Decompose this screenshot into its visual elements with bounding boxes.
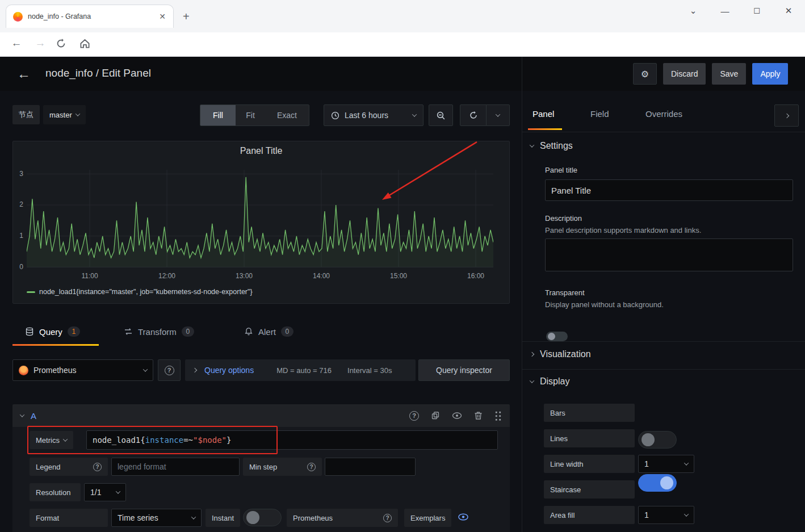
window-maximize-icon[interactable]: ☐ [748,7,765,15]
panel-edit-back-icon[interactable]: ← [17,66,31,82]
panel-title-input[interactable] [545,179,793,201]
zoom-out-button[interactable] [429,104,453,126]
y-tick-0: 0 [14,263,23,271]
time-range-picker[interactable]: Last 6 hours [324,104,424,126]
x-tick-1600: 16:00 [459,272,493,280]
collapse-sidebar-button[interactable] [774,104,799,127]
transform-count-badge: 0 [182,326,194,337]
tab-alert[interactable]: Alert 0 [244,319,294,344]
sidebar-tab-overrides[interactable]: Overrides [645,109,682,119]
help-icon: ? [165,366,174,375]
resolution-select[interactable]: 1/1 [84,483,126,501]
min-step-help-icon[interactable]: ? [307,463,316,471]
window-menu-chevron-icon[interactable]: ⌄ [685,6,702,16]
chevron-down-icon [412,112,417,116]
tab-transform[interactable]: Transform 0 [124,319,194,344]
window-minimize-icon[interactable]: — [716,6,733,16]
window-close-icon[interactable]: ✕ [780,6,797,16]
expr-brace-open: { [140,435,145,445]
metrics-label: Metrics [36,436,60,445]
bell-icon [244,327,253,336]
x-tick-1400: 14:00 [304,272,338,280]
duplicate-query-icon[interactable] [431,411,440,420]
browser-tab[interactable]: node_info - Grafana ✕ [6,5,174,28]
min-step-input[interactable] [325,458,416,476]
disable-query-eye-icon[interactable] [452,412,462,420]
panel-size-mode-group: Fill Fit Exact [200,104,309,126]
drag-handle-icon[interactable] [494,410,502,421]
collapse-chevron-icon[interactable] [20,412,24,417]
y-tick-3: 3 [14,170,23,178]
visualization-section-header[interactable]: Visualization [530,349,591,359]
transparent-help-text: Display panel without a background. [545,300,664,309]
query-inspector-button[interactable]: Query inspector [418,359,510,381]
apply-button[interactable]: Apply [752,63,788,85]
refresh-interval-dropdown[interactable] [487,104,510,126]
sidebar-tab-field[interactable]: Field [590,109,609,119]
chart-legend-item[interactable]: node_load1{instance="master", job="kuber… [27,288,253,296]
forward-icon[interactable]: → [32,37,49,49]
datasource-help-button[interactable]: ? [158,359,181,381]
sidebar-tabs-divider [522,132,805,132]
description-textarea[interactable] [545,238,793,271]
sidebar-tab-panel[interactable]: Panel [533,109,554,119]
datasource-name: Prometheus [33,366,76,375]
settings-section-header[interactable]: Settings [530,141,573,151]
discard-button[interactable]: Discard [663,63,706,85]
query-ref-id: A [31,411,36,421]
dashboard-settings-gear-icon[interactable]: ⚙ [633,63,657,85]
query-row-header[interactable]: A ? [12,404,510,427]
tab-query[interactable]: Query 1 [25,319,80,344]
area-fill-value: 1 [644,510,649,520]
instant-label: Instant [206,509,240,527]
line-width-select[interactable]: 1 [638,455,694,473]
instant-toggle[interactable] [243,509,282,526]
prometheus-footer-label: Prometheus ? [287,509,398,527]
lines-toggle[interactable] [638,474,677,492]
tab-close-icon[interactable]: ✕ [157,11,167,22]
legend-format-input[interactable] [111,458,240,476]
query-options-bar[interactable]: Query options MD = auto = 716 Interval =… [185,359,416,381]
variable-label: 节点 [12,105,40,124]
legend-help-icon[interactable]: ? [93,463,102,471]
back-icon[interactable]: ← [8,37,25,49]
resolution-label: Resolution [30,483,81,501]
database-icon [25,327,34,336]
exemplars-eye-icon[interactable] [458,513,469,521]
size-mode-fit[interactable]: Fit [236,105,265,125]
tab-transform-label: Transform [138,327,177,337]
datasource-picker[interactable]: Prometheus [12,359,153,381]
size-mode-fill[interactable]: Fill [200,105,236,125]
prometheus-help-icon[interactable]: ? [383,514,392,522]
transparent-toggle[interactable] [546,332,568,341]
home-icon[interactable] [79,38,97,49]
min-step-label: Min step ? [243,458,322,476]
format-value: Time series [118,513,158,522]
refresh-button[interactable] [460,104,487,126]
variable-value-dropdown[interactable]: master [43,105,86,124]
query-help-icon[interactable]: ? [409,411,419,421]
exemplars-label: Exemplars [404,509,451,527]
settings-section-title: Settings [540,141,573,151]
bars-toggle[interactable] [638,431,677,449]
legend-field-label: Legend ? [30,458,108,476]
panel-preview[interactable]: Panel Title 3 2 1 0 11:00 12:00 13:00 [12,141,510,304]
time-range-label: Last 6 hours [345,111,388,120]
chart-series-fill [27,177,493,267]
variable-value: master [49,111,72,119]
display-section-header[interactable]: Display [530,376,569,387]
size-mode-exact[interactable]: Exact [265,105,309,125]
reload-icon[interactable] [56,38,73,49]
query-options-label[interactable]: Query options [204,366,254,375]
new-tab-button[interactable]: + [183,10,190,23]
delete-query-trash-icon[interactable] [474,411,483,420]
save-button[interactable]: Save [712,63,746,85]
expr-value: "$node" [193,435,227,445]
format-select[interactable]: Time series [111,509,202,527]
area-fill-select[interactable]: 1 [638,506,694,524]
expr-operator: =~ [183,435,193,445]
x-tick-1500: 15:00 [381,272,416,280]
metrics-dropdown[interactable]: Metrics [30,431,73,449]
query-expression-input[interactable]: node_load1{instance=~"$node"} [86,430,498,450]
transparent-label: Transparent [545,288,585,297]
